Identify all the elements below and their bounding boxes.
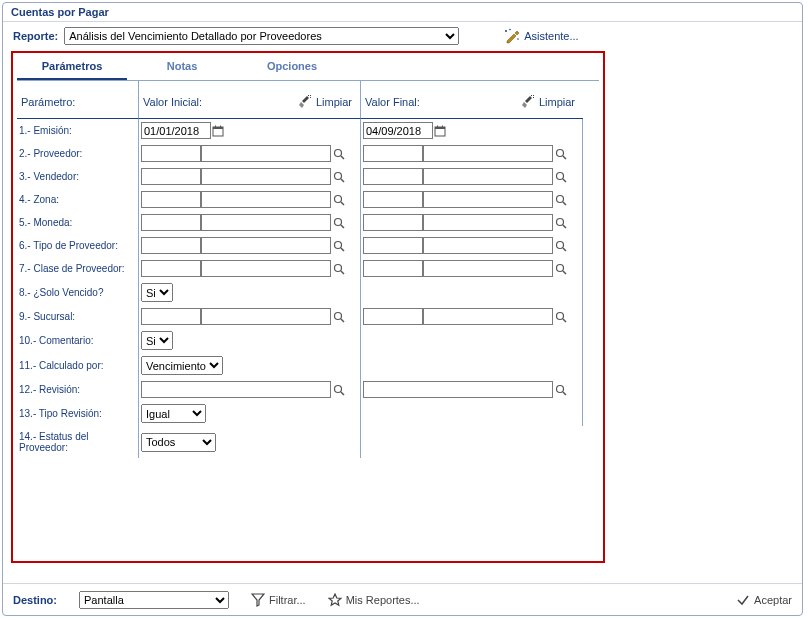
revision-final-input[interactable] bbox=[363, 381, 553, 398]
svg-point-13 bbox=[557, 150, 564, 157]
broom-icon bbox=[522, 94, 536, 108]
vendedor-final-desc[interactable] bbox=[423, 168, 553, 185]
clase-prov-final-desc[interactable] bbox=[423, 260, 553, 277]
params-scroll[interactable]: Parámetro: Valor Inicial: Limpiar Valor … bbox=[17, 81, 599, 557]
svg-line-30 bbox=[563, 248, 566, 251]
sucursal-initial-desc[interactable] bbox=[201, 308, 331, 325]
zona-initial-desc[interactable] bbox=[201, 191, 331, 208]
accept-button[interactable]: Aceptar bbox=[736, 592, 792, 606]
calendar-icon[interactable] bbox=[434, 124, 446, 137]
emision-initial-input[interactable] bbox=[141, 122, 211, 139]
tipo-prov-initial-desc[interactable] bbox=[201, 237, 331, 254]
search-icon[interactable] bbox=[333, 262, 345, 275]
svg-line-42 bbox=[563, 392, 566, 395]
svg-line-14 bbox=[563, 156, 566, 159]
param-label: 5.- Moneda: bbox=[17, 211, 139, 234]
report-select[interactable]: Análisis del Vencimiento Detallado por P… bbox=[64, 27, 459, 45]
estatus-prov-select[interactable]: Todos bbox=[141, 433, 216, 452]
svg-point-39 bbox=[335, 386, 342, 393]
revision-initial-input[interactable] bbox=[141, 381, 331, 398]
tab-options[interactable]: Opciones bbox=[237, 57, 347, 80]
search-icon[interactable] bbox=[555, 310, 567, 323]
svg-line-26 bbox=[563, 225, 566, 228]
param-label: 11.- Calculado por: bbox=[17, 353, 139, 378]
assistant-link[interactable]: Asistente... bbox=[504, 28, 578, 44]
search-icon[interactable] bbox=[333, 147, 345, 160]
clase-prov-final-code[interactable] bbox=[363, 260, 423, 277]
svg-rect-10 bbox=[442, 126, 443, 128]
tab-params[interactable]: Parámetros bbox=[17, 57, 127, 80]
param-label: 10.- Comentario: bbox=[17, 328, 139, 353]
svg-point-33 bbox=[557, 265, 564, 272]
search-icon[interactable] bbox=[555, 216, 567, 229]
filter-link[interactable]: Filtrar... bbox=[251, 592, 306, 606]
svg-line-24 bbox=[341, 225, 344, 228]
svg-line-18 bbox=[563, 179, 566, 182]
moneda-final-code[interactable] bbox=[363, 214, 423, 231]
destino-select[interactable]: Pantalla bbox=[79, 591, 229, 609]
header-final: Valor Final: Limpiar bbox=[361, 81, 583, 119]
proveedor-final-code[interactable] bbox=[363, 145, 423, 162]
zona-initial-code[interactable] bbox=[141, 191, 201, 208]
search-icon[interactable] bbox=[333, 193, 345, 206]
svg-point-31 bbox=[335, 265, 342, 272]
assistant-label: Asistente... bbox=[524, 30, 578, 42]
search-icon[interactable] bbox=[333, 170, 345, 183]
search-icon[interactable] bbox=[333, 216, 345, 229]
clear-initial-link[interactable]: Limpiar bbox=[299, 94, 352, 108]
sucursal-initial-code[interactable] bbox=[141, 308, 201, 325]
calculado-por-select[interactable]: Vencimiento bbox=[141, 356, 223, 375]
proveedor-final-desc[interactable] bbox=[423, 145, 553, 162]
search-icon[interactable] bbox=[555, 193, 567, 206]
svg-point-0 bbox=[505, 30, 507, 32]
search-icon[interactable] bbox=[555, 383, 567, 396]
param-label: 12.- Revisión: bbox=[17, 378, 139, 401]
svg-line-32 bbox=[341, 271, 344, 274]
tipo-prov-final-code[interactable] bbox=[363, 237, 423, 254]
tipo-prov-initial-code[interactable] bbox=[141, 237, 201, 254]
svg-point-23 bbox=[335, 219, 342, 226]
svg-point-17 bbox=[557, 173, 564, 180]
search-icon[interactable] bbox=[555, 147, 567, 160]
param-label: 9.- Sucursal: bbox=[17, 305, 139, 328]
clear-final-link[interactable]: Limpiar bbox=[522, 94, 575, 108]
search-icon[interactable] bbox=[333, 383, 345, 396]
search-icon[interactable] bbox=[333, 239, 345, 252]
svg-point-25 bbox=[557, 219, 564, 226]
svg-line-34 bbox=[563, 271, 566, 274]
svg-point-2 bbox=[517, 38, 519, 40]
tipo-prov-final-desc[interactable] bbox=[423, 237, 553, 254]
clase-prov-initial-desc[interactable] bbox=[201, 260, 331, 277]
search-icon[interactable] bbox=[555, 262, 567, 275]
emision-final-input[interactable] bbox=[363, 122, 433, 139]
proveedor-initial-desc[interactable] bbox=[201, 145, 331, 162]
search-icon[interactable] bbox=[333, 310, 345, 323]
sucursal-final-code[interactable] bbox=[363, 308, 423, 325]
tipo-revision-select[interactable]: Igual bbox=[141, 404, 206, 423]
param-label: 2.- Proveedor: bbox=[17, 142, 139, 165]
svg-point-37 bbox=[557, 313, 564, 320]
vendedor-final-code[interactable] bbox=[363, 168, 423, 185]
moneda-initial-code[interactable] bbox=[141, 214, 201, 231]
clase-prov-initial-code[interactable] bbox=[141, 260, 201, 277]
vendedor-initial-code[interactable] bbox=[141, 168, 201, 185]
proveedor-initial-code[interactable] bbox=[141, 145, 201, 162]
zona-final-code[interactable] bbox=[363, 191, 423, 208]
param-label: 1.- Emisión: bbox=[17, 119, 139, 142]
svg-point-15 bbox=[335, 173, 342, 180]
solo-vencido-select[interactable]: Si bbox=[141, 283, 173, 302]
search-icon[interactable] bbox=[555, 239, 567, 252]
moneda-initial-desc[interactable] bbox=[201, 214, 331, 231]
svg-line-28 bbox=[341, 248, 344, 251]
svg-point-21 bbox=[557, 196, 564, 203]
moneda-final-desc[interactable] bbox=[423, 214, 553, 231]
search-icon[interactable] bbox=[555, 170, 567, 183]
comentario-select[interactable]: Si bbox=[141, 331, 173, 350]
sucursal-final-desc[interactable] bbox=[423, 308, 553, 325]
zona-final-desc[interactable] bbox=[423, 191, 553, 208]
param-label: 6.- Tipo de Proveedor: bbox=[17, 234, 139, 257]
vendedor-initial-desc[interactable] bbox=[201, 168, 331, 185]
calendar-icon[interactable] bbox=[212, 124, 224, 137]
tab-notes[interactable]: Notas bbox=[127, 57, 237, 80]
myreports-link[interactable]: Mis Reportes... bbox=[328, 592, 420, 606]
